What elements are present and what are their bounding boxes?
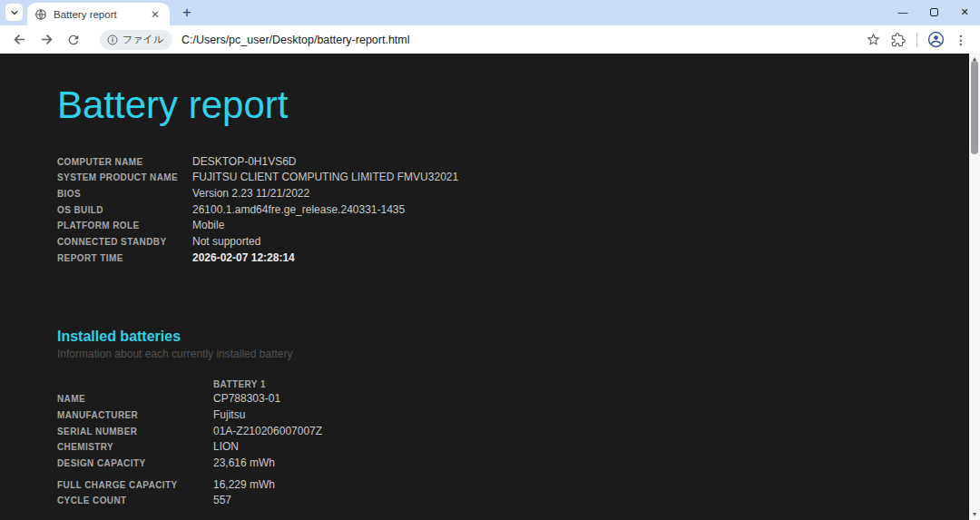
field-value: DESKTOP-0H1VS6D bbox=[192, 155, 297, 168]
table-row: CYCLE COUNT 557 bbox=[57, 494, 980, 510]
close-button[interactable]: ✕ bbox=[949, 0, 980, 24]
back-arrow-icon bbox=[12, 32, 27, 47]
reload-button[interactable] bbox=[62, 28, 85, 52]
extensions-button[interactable] bbox=[887, 28, 910, 52]
field-label: SYSTEM PRODUCT NAME bbox=[57, 172, 192, 182]
table-row: CHEMISTRY LION bbox=[57, 440, 980, 456]
profile-button[interactable] bbox=[924, 28, 947, 52]
field-label: CHEMISTRY bbox=[57, 442, 213, 452]
battery-info-table: NAME CP788303-01 MANUFACTURER Fujitsu SE… bbox=[57, 392, 980, 510]
table-row: SYSTEM PRODUCT NAME FUJITSU CLIENT COMPU… bbox=[57, 171, 980, 187]
field-value: FUJITSU CLIENT COMPUTING LIMITED FMVU320… bbox=[192, 171, 458, 183]
field-value: 23,616 mWh bbox=[213, 456, 275, 469]
report-content: Battery report COMPUTER NAME DESKTOP-0H1… bbox=[0, 54, 980, 510]
tab-battery-report[interactable]: Battery report ✕ bbox=[27, 3, 170, 25]
section-heading-installed-batteries: Installed batteries bbox=[57, 327, 980, 347]
chevron-down-icon bbox=[10, 8, 19, 17]
table-row: REPORT TIME 2026-02-07 12:28:14 bbox=[57, 251, 980, 268]
field-value: Not supported bbox=[192, 235, 260, 248]
forward-button[interactable] bbox=[34, 28, 58, 52]
tab-strip: Battery report ✕ + — ✕ bbox=[0, 0, 980, 25]
table-row: BIOS Version 2.23 11/21/2022 bbox=[57, 187, 980, 203]
minimize-button[interactable]: — bbox=[887, 0, 918, 24]
field-label: DESIGN CAPACITY bbox=[57, 458, 213, 468]
back-button[interactable] bbox=[7, 28, 31, 52]
scrollbar-thumb[interactable] bbox=[971, 61, 978, 154]
field-label: CONNECTED STANDBY bbox=[57, 237, 192, 247]
reload-icon bbox=[66, 33, 81, 47]
field-label: REPORT TIME bbox=[57, 253, 192, 263]
page-title: Battery report bbox=[57, 83, 980, 128]
table-row: NAME CP788303-01 bbox=[57, 392, 980, 408]
field-label: COMPUTER NAME bbox=[57, 157, 192, 167]
field-value: 2026-02-07 12:28:14 bbox=[192, 251, 295, 264]
battery-report-page: Battery report COMPUTER NAME DESKTOP-0H1… bbox=[0, 54, 980, 520]
table-row: CONNECTED STANDBY Not supported bbox=[57, 235, 980, 251]
table-row: DESIGN CAPACITY 23,616 mWh bbox=[57, 456, 980, 473]
scrollbar-down-arrow-icon[interactable]: ▼ bbox=[969, 509, 980, 518]
field-label: OS BUILD bbox=[57, 205, 192, 215]
field-label: FULL CHARGE CAPACITY bbox=[57, 480, 213, 490]
field-value: Mobile bbox=[192, 219, 224, 231]
field-label: BIOS bbox=[57, 189, 192, 199]
globe-favicon-icon bbox=[34, 8, 47, 21]
field-value: 557 bbox=[213, 494, 231, 506]
field-label: MANUFACTURER bbox=[57, 410, 213, 420]
tab-search-button[interactable] bbox=[5, 4, 23, 21]
puzzle-icon bbox=[891, 33, 906, 47]
toolbar-separator bbox=[916, 33, 917, 47]
table-row: FULL CHARGE CAPACITY 16,229 mWh bbox=[57, 478, 980, 495]
field-value: Fujitsu bbox=[213, 408, 245, 421]
kebab-menu-icon: ⋮ bbox=[955, 33, 967, 47]
bookmark-button[interactable] bbox=[861, 28, 885, 52]
field-label: PLATFORM ROLE bbox=[57, 221, 192, 231]
field-value: 16,229 mWh bbox=[213, 478, 275, 491]
table-row: OS BUILD 26100.1.amd64fre.ge_release.240… bbox=[57, 203, 980, 220]
maximize-button[interactable] bbox=[918, 0, 949, 24]
tab-title: Battery report bbox=[54, 9, 148, 20]
window-controls: — ✕ bbox=[887, 0, 980, 24]
info-icon bbox=[107, 34, 118, 45]
field-value: Version 2.23 11/21/2022 bbox=[192, 187, 309, 200]
battery-column-header-row: BATTERY 1 bbox=[57, 375, 980, 388]
field-value: CP788303-01 bbox=[213, 392, 280, 405]
star-icon bbox=[866, 32, 881, 47]
browser-menu-button[interactable]: ⋮ bbox=[949, 28, 973, 52]
profile-avatar-icon bbox=[927, 31, 945, 48]
address-bar[interactable]: ファイル C:/Users/pc_user/Desktop/battery-re… bbox=[94, 27, 856, 53]
section-subtitle: Information about each currently install… bbox=[57, 348, 980, 361]
battery-column-header: BATTERY 1 bbox=[213, 379, 266, 389]
field-value: LION bbox=[213, 440, 239, 453]
new-tab-button[interactable]: + bbox=[175, 1, 199, 25]
field-value: 26100.1.amd64fre.ge_release.240331-1435 bbox=[192, 203, 405, 216]
table-row: COMPUTER NAME DESKTOP-0H1VS6D bbox=[57, 155, 980, 172]
field-label: CYCLE COUNT bbox=[57, 495, 213, 505]
table-row: MANUFACTURER Fujitsu bbox=[57, 408, 980, 425]
browser-window: Battery report ✕ + — ✕ bbox=[0, 0, 980, 520]
url-text: C:/Users/pc_user/Desktop/battery-report.… bbox=[181, 34, 409, 46]
field-label: SERIAL NUMBER bbox=[57, 427, 213, 437]
site-info-chip-label: ファイル bbox=[122, 33, 163, 46]
field-value: 01A-Z210206007007Z bbox=[213, 425, 322, 437]
page-scrollbar[interactable]: ▲ ▼ bbox=[969, 54, 980, 520]
system-info-table: COMPUTER NAME DESKTOP-0H1VS6D SYSTEM PRO… bbox=[57, 155, 980, 268]
forward-arrow-icon bbox=[39, 32, 54, 47]
site-info-chip[interactable]: ファイル bbox=[100, 30, 172, 50]
browser-toolbar: ファイル C:/Users/pc_user/Desktop/battery-re… bbox=[0, 25, 980, 54]
toolbar-right: ⋮ bbox=[861, 28, 973, 52]
table-row: PLATFORM ROLE Mobile bbox=[57, 219, 980, 235]
tab-close-button[interactable]: ✕ bbox=[148, 7, 162, 22]
maximize-icon bbox=[930, 8, 938, 16]
field-label: NAME bbox=[57, 394, 213, 404]
table-row: SERIAL NUMBER 01A-Z210206007007Z bbox=[57, 425, 980, 441]
